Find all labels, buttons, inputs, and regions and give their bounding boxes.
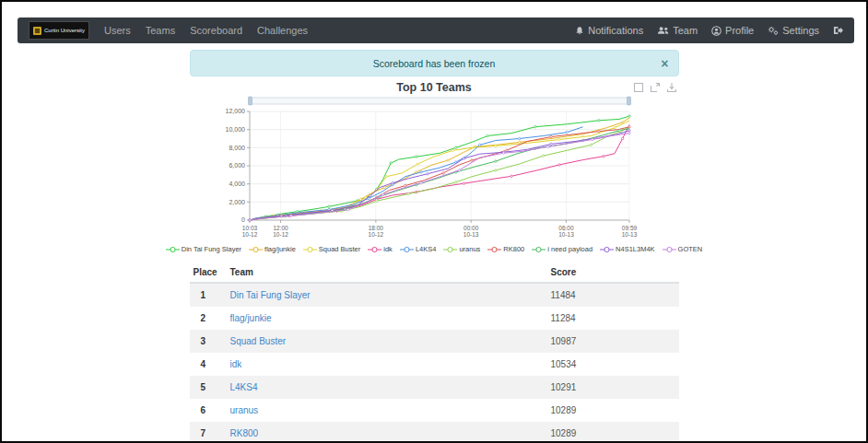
series-marker — [419, 171, 421, 173]
series-marker — [415, 156, 416, 157]
chart-title: Top 10 Teams — [190, 81, 679, 95]
nav-link-scoreboard[interactable]: Scoreboard — [190, 25, 242, 36]
legend-item[interactable]: uranus — [443, 245, 480, 253]
team-link[interactable]: Din Tai Fung Slayer — [230, 290, 311, 300]
team-link[interactable]: flag/junkie — [230, 313, 272, 323]
legend-item[interactable]: Din Tai Fung Slayer — [166, 245, 241, 253]
legend-label: idk — [383, 245, 393, 253]
table-row: 5L4KS410291 — [190, 376, 679, 399]
series-marker — [597, 120, 599, 122]
y-axis-label: 6,000 — [229, 162, 245, 169]
users-icon — [657, 26, 669, 35]
series-line — [250, 131, 629, 220]
team-link[interactable]: idk — [230, 359, 242, 369]
legend-item[interactable]: L4KS4 — [400, 245, 437, 253]
series-marker — [375, 200, 377, 202]
series-marker — [518, 141, 520, 143]
team-link[interactable]: uranus — [230, 405, 259, 415]
series-marker — [591, 138, 592, 140]
datazoom-slider[interactable] — [250, 98, 629, 104]
team-cell: Din Tai Fung Slayer — [225, 283, 545, 307]
legend-item[interactable]: i need payload — [532, 245, 592, 253]
y-axis-label: 10,000 — [225, 126, 245, 133]
series-marker — [618, 130, 620, 132]
x-axis-label: 12:00 — [273, 225, 288, 231]
legend-item[interactable]: Squad Buster — [303, 245, 360, 253]
notifications-link[interactable]: Notifications — [575, 25, 643, 36]
brand-logo[interactable]: Curtin University — [29, 21, 89, 40]
place-cell: 2 — [190, 307, 225, 330]
score-cell: 11484 — [545, 283, 679, 307]
legend-item[interactable]: N4S1L3M4K — [600, 245, 655, 253]
nav-link-teams[interactable]: Teams — [146, 25, 175, 36]
series-marker — [381, 193, 383, 195]
score-cell: 10987 — [545, 330, 679, 353]
series-marker — [494, 145, 496, 146]
university-crest-icon — [33, 27, 41, 35]
team-link[interactable]: RK800 — [230, 428, 259, 438]
legend-item[interactable]: flag/junkie — [249, 245, 296, 253]
series-marker — [369, 194, 370, 196]
x-axis-label: 10-12 — [273, 231, 288, 238]
series-marker — [458, 169, 460, 171]
table-row: 3Squad Buster10987 — [190, 330, 679, 353]
datazoom-handle-right[interactable] — [627, 97, 630, 105]
series-line — [250, 134, 629, 220]
team-link[interactable]: L4KS4 — [230, 382, 258, 392]
score-cell: 10291 — [545, 376, 679, 399]
series-line — [250, 127, 629, 220]
nav-link-challenges[interactable]: Challenges — [257, 25, 308, 36]
series-marker — [463, 182, 464, 184]
close-icon[interactable]: × — [661, 57, 668, 70]
nav-link-users[interactable]: Users — [104, 25, 131, 36]
x-axis-label: 06:00 — [558, 225, 574, 231]
place-cell: 6 — [190, 399, 225, 422]
series-marker — [426, 173, 428, 175]
legend-label: GOTEN — [678, 245, 703, 253]
team-cell: L4KS4 — [225, 376, 545, 399]
zoom-select-icon[interactable] — [633, 82, 644, 93]
place-cell: 4 — [190, 353, 225, 376]
team-link[interactable]: Squad Buster — [230, 336, 287, 346]
team-link[interactable]: Team — [657, 25, 698, 36]
series-marker — [518, 137, 520, 139]
legend-item[interactable]: RK800 — [487, 245, 524, 253]
scoreboard-table: Place Team Score 1Din Tai Fung Slayer114… — [190, 262, 679, 443]
datazoom-handle-left[interactable] — [248, 97, 252, 105]
team-cell: Squad Buster — [225, 330, 545, 353]
profile-link[interactable]: Profile — [711, 25, 754, 36]
y-axis-label: 4,000 — [229, 181, 245, 187]
series-marker — [546, 146, 548, 147]
legend-item[interactable]: idk — [368, 245, 393, 253]
series-marker — [549, 135, 551, 137]
table-row: 2flag/junkie11284 — [190, 307, 679, 330]
settings-link[interactable]: Settings — [768, 25, 819, 36]
series-marker — [597, 130, 599, 132]
legend-label: i need payload — [547, 245, 592, 253]
series-marker — [289, 215, 291, 216]
x-axis-label: 18:00 — [368, 225, 383, 231]
nav-links: Users Teams Scoreboard Challenges — [104, 25, 308, 36]
score-cell: 10534 — [545, 353, 679, 376]
series-line — [250, 124, 629, 220]
series-marker — [494, 169, 496, 171]
chart-legend: Din Tai Fung Slayerflag/junkieSquad Bust… — [190, 245, 679, 253]
place-cell: 3 — [190, 330, 225, 353]
series-marker — [628, 115, 629, 117]
x-axis-label: 09:59 — [621, 225, 637, 231]
x-axis-label: 00:00 — [463, 225, 479, 231]
legend-marker-icon — [303, 246, 317, 253]
series-marker — [557, 164, 559, 166]
download-icon[interactable] — [666, 82, 677, 93]
header-place: Place — [190, 262, 225, 283]
logout-button[interactable] — [833, 26, 843, 35]
series-marker — [327, 205, 329, 207]
series-marker — [384, 176, 386, 178]
legend-item[interactable]: GOTEN — [663, 245, 703, 253]
series-marker — [248, 219, 250, 221]
series-marker — [463, 157, 464, 159]
legend-marker-icon — [487, 246, 501, 253]
page: Curtin University Users Teams Scoreboard… — [0, 0, 868, 443]
restore-icon[interactable] — [650, 82, 661, 93]
y-axis-label: 8,000 — [229, 145, 245, 151]
